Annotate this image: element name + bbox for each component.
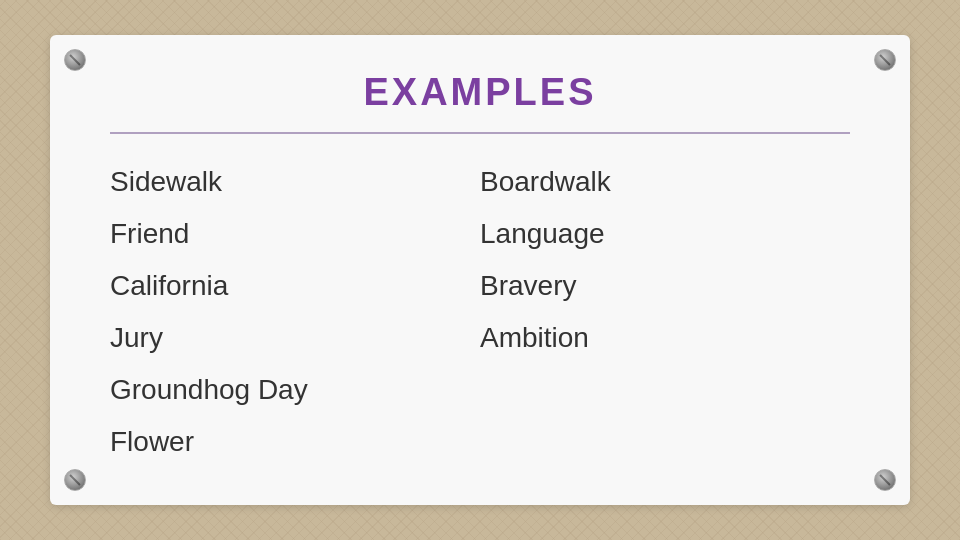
list-item: Friend [110, 208, 480, 260]
list-item: Jury [110, 312, 480, 364]
list-item: California [110, 260, 480, 312]
list-item: Boardwalk [480, 156, 850, 208]
title-divider [110, 132, 850, 134]
screw-bottom-right [874, 469, 896, 491]
list-item: Ambition [480, 312, 850, 364]
left-column: Sidewalk Friend California Jury Groundho… [110, 156, 480, 468]
content-area: Sidewalk Friend California Jury Groundho… [110, 156, 850, 468]
page-title: EXAMPLES [110, 71, 850, 114]
list-item: Sidewalk [110, 156, 480, 208]
main-card: EXAMPLES Sidewalk Friend California Jury… [50, 35, 910, 505]
list-item: Flower [110, 416, 480, 468]
right-column: Boardwalk Language Bravery Ambition [480, 156, 850, 468]
list-item: Bravery [480, 260, 850, 312]
list-item: Groundhog Day [110, 364, 480, 416]
screw-bottom-left [64, 469, 86, 491]
list-item: Language [480, 208, 850, 260]
screw-top-left [64, 49, 86, 71]
screw-top-right [874, 49, 896, 71]
